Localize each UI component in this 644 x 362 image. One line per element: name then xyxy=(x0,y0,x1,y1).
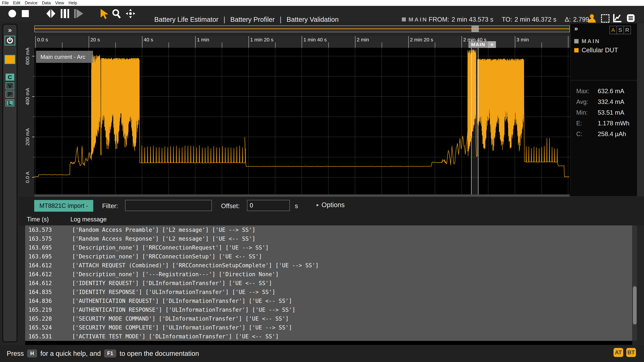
log-row-message: ['AUTHENTICATION RESPONSE'] ['ULInformat… xyxy=(72,307,295,313)
offset-label: Offset: xyxy=(221,202,240,210)
sidebar-expand-icon[interactable]: » xyxy=(3,26,16,34)
log-row-time: 164.835 xyxy=(28,289,52,295)
channel-color-button[interactable] xyxy=(4,55,15,64)
sidebar-power-button[interactable]: P xyxy=(6,91,14,98)
log-row[interactable]: 164.835['IDENTITY RESPONSE'] ['ULInforma… xyxy=(25,288,632,297)
measurement-panel: » ASR MAINCellular DUT Max:632.6 mAAvg:3… xyxy=(570,23,637,196)
stop-icon[interactable] xyxy=(22,10,29,17)
chart-horizontal-scrollbar[interactable] xyxy=(34,194,570,197)
scale-button-s[interactable]: S xyxy=(616,26,624,34)
timeline-overview[interactable] xyxy=(34,25,570,32)
log-row-time: 164.612 xyxy=(28,280,52,286)
log-row-message: ['ATTACH REQUEST (Combined)'] ['RRCConne… xyxy=(72,262,319,269)
tab-battery-profiler[interactable]: Battery Profiler xyxy=(230,16,275,23)
pan-tool-icon[interactable] xyxy=(126,8,136,18)
x-minor-tick xyxy=(116,42,116,48)
zoom-tool-icon[interactable] xyxy=(112,9,121,18)
legend-item-cellular-dut[interactable]: Cellular DUT xyxy=(574,46,618,54)
log-list-icon[interactable] xyxy=(626,14,635,22)
log-row[interactable]: 163.695['Description_none'] ['RRCConnect… xyxy=(25,252,632,261)
panel-collapse-icon[interactable]: » xyxy=(574,25,578,32)
status-text-suffix: to open the documentation xyxy=(120,350,199,357)
log-row[interactable]: 165.219['AUTHENTICATION RESPONSE'] ['ULI… xyxy=(25,305,632,314)
log-row[interactable]: 165.531['ACTIVATE TEST MODE'] ['DLInform… xyxy=(25,332,632,341)
x-tick-label: 1 min 20 s xyxy=(250,37,273,42)
sidebar-current-button[interactable]: C xyxy=(6,73,14,81)
menu-item-view[interactable]: View xyxy=(55,0,64,5)
log-row-message: ['Description_none'] ['RRCConnectionRequ… xyxy=(72,244,269,251)
import-button[interactable]: MT8821C import - xyxy=(34,200,93,212)
step-forward-icon[interactable] xyxy=(74,9,83,18)
log-row[interactable]: 163.573['Random Access Preamble'] ['L2 m… xyxy=(25,225,632,234)
stat-row: Max:632.6 mA xyxy=(576,86,630,96)
log-row-message: ['SECURITY MODE COMPLETE'] ['ULInformati… xyxy=(72,324,292,331)
fit-horizontal-icon[interactable] xyxy=(46,9,55,18)
tab-battery-life-estimator[interactable]: Battery Life Estimator xyxy=(154,16,218,23)
chart-plot[interactable]: 600 mA400 mA200 mA0.0 A xyxy=(25,48,570,196)
selection-badge-plus[interactable]: + xyxy=(488,41,496,48)
log-row-time: 164.836 xyxy=(28,298,52,304)
scale-button-r[interactable]: R xyxy=(624,26,631,34)
log-row-message: ['IDENTITY REQUEST'] ['DLInformationTran… xyxy=(72,280,272,286)
menu-item-device[interactable]: Device xyxy=(25,0,38,5)
power-button[interactable] xyxy=(4,36,15,45)
overview-trace-line xyxy=(35,28,569,29)
log-row-message: ['ACTIVATE TEST MODE'] ['DLInformationTr… xyxy=(72,333,279,340)
stat-label: C: xyxy=(576,131,598,138)
sidebar-log-button[interactable]: L xyxy=(6,99,14,106)
analytics-icon[interactable] xyxy=(613,13,622,23)
menu-item-file[interactable]: File xyxy=(2,0,9,5)
log-row-time: 163.573 xyxy=(28,227,52,233)
x-major-tick xyxy=(195,36,196,48)
log-scrollbar[interactable] xyxy=(632,225,637,341)
x-major-tick xyxy=(36,36,36,48)
profile-icon[interactable] xyxy=(587,13,596,23)
menu-item-edit[interactable]: Edit xyxy=(13,0,20,5)
tab-separator: | xyxy=(224,15,225,23)
split-view-icon[interactable] xyxy=(60,9,70,18)
legend-label: MAIN xyxy=(582,38,600,44)
selection-badge-label: MAIN xyxy=(468,41,488,48)
legend-item-main[interactable]: MAIN xyxy=(574,38,600,44)
x-major-tick xyxy=(142,36,142,48)
column-header-time[interactable]: Time (s) xyxy=(27,216,49,223)
stat-value: 258.4 µAh xyxy=(598,131,626,138)
menu-item-help[interactable]: Help xyxy=(68,0,77,5)
cursor-tool-icon[interactable] xyxy=(99,8,110,19)
log-row[interactable]: 165.524['SECURITY MODE COMPLETE'] ['ULIn… xyxy=(25,323,632,332)
record-icon[interactable] xyxy=(8,10,16,17)
filter-input[interactable] xyxy=(125,200,212,211)
x-tick-label: 2 min 20 s xyxy=(410,37,433,42)
sidebar-voltage-button[interactable]: V xyxy=(6,82,14,89)
filter-label: Filter: xyxy=(102,202,118,210)
connection-badge-bt[interactable]: BT xyxy=(626,348,636,357)
log-row[interactable]: 164.836['AUTHENTICATION REQUEST'] ['DLIn… xyxy=(25,297,632,305)
svg-text:0.0 A: 0.0 A xyxy=(25,172,30,183)
tab-battery-validation[interactable]: Battery Validation xyxy=(286,16,339,23)
chart-selection-band[interactable] xyxy=(471,40,478,194)
panel-divider xyxy=(570,80,637,80)
x-tick-label: 2 min xyxy=(357,37,369,42)
overview-selection-marker[interactable] xyxy=(472,26,479,32)
scale-button-a[interactable]: A xyxy=(610,26,617,34)
offset-input[interactable] xyxy=(247,200,290,211)
legend-color-square xyxy=(574,48,578,52)
log-row[interactable]: 163.695['Description_none'] ['RRCConnect… xyxy=(25,243,632,252)
legend-label: Cellular DUT xyxy=(582,46,618,54)
log-row[interactable]: 163.575['Random Access Response'] ['L2 m… xyxy=(25,234,632,243)
log-row[interactable]: 164.612['ATTACH REQUEST (Combined)'] ['R… xyxy=(25,261,632,270)
log-row[interactable]: 165.228['SECURITY MODE COMMAND'] ['DLInf… xyxy=(25,314,632,323)
connection-badge-at[interactable]: AT xyxy=(614,348,623,357)
menu-item-data[interactable]: Data xyxy=(42,0,51,5)
log-row[interactable]: 164.612['IDENTITY REQUEST'] ['DLInformat… xyxy=(25,279,632,288)
selection-main-badge[interactable]: MAIN + xyxy=(468,41,496,48)
log-scrollbar-thumb[interactable] xyxy=(633,286,636,325)
options-expander[interactable]: ▸ Options xyxy=(317,201,345,209)
power-icon xyxy=(6,37,14,44)
column-header-message[interactable]: Log message xyxy=(70,216,107,223)
log-row-time: 163.695 xyxy=(28,244,52,251)
log-row[interactable]: 164.612['Description_none'] ['---Registr… xyxy=(25,270,632,279)
log-row-message: ['Random Access Response'] ['L2 message'… xyxy=(72,236,256,242)
region-select-icon[interactable] xyxy=(601,14,610,23)
svg-text:600 mA: 600 mA xyxy=(25,48,30,65)
